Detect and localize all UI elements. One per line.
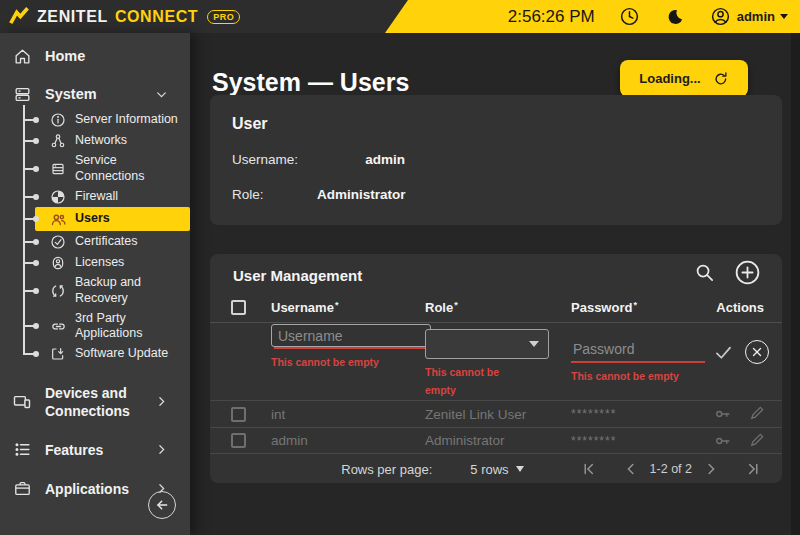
- app-window: ZENITEL CONNECT PRO 2:56:26 PM admin: [0, 0, 800, 535]
- select-all-checkbox[interactable]: [231, 300, 246, 315]
- software-update-icon: [49, 346, 67, 362]
- chevron-down-icon: [155, 88, 168, 101]
- service-connections-icon: [49, 161, 67, 177]
- rows-per-page-value: 5 rows: [470, 462, 508, 477]
- search-icon[interactable]: [693, 261, 716, 284]
- loading-button-label: Loading...: [639, 71, 700, 86]
- row-role: Administrator: [425, 433, 571, 448]
- table-row[interactable]: admin Administrator ********: [210, 427, 782, 454]
- account-caret-down-icon[interactable]: [780, 14, 788, 19]
- sidebar-item-licenses[interactable]: Licenses: [23, 252, 190, 273]
- required-asterisk: *: [454, 300, 458, 310]
- account-icon[interactable]: [710, 6, 731, 27]
- column-header-role: Role*: [425, 300, 571, 315]
- firewall-icon: [49, 189, 67, 205]
- table-row[interactable]: int Zenitel Link User ********: [210, 400, 782, 427]
- brand-primary: ZENITEL: [37, 8, 108, 26]
- sidebar-item-service-connections[interactable]: Service Connections: [23, 151, 190, 186]
- loading-refresh-button[interactable]: Loading...: [620, 60, 748, 97]
- key-password-icon[interactable]: [713, 404, 733, 424]
- sidebar-item-label: Software Update: [75, 346, 168, 362]
- networks-icon: [49, 133, 67, 149]
- home-icon: [12, 47, 32, 66]
- sidebar-item-devices-and-connections[interactable]: Devices and Connections: [0, 378, 190, 426]
- tree-connector: [23, 119, 34, 121]
- edit-pencil-icon[interactable]: [748, 431, 766, 451]
- scrollbar-track[interactable]: [791, 33, 800, 535]
- edit-pencil-icon[interactable]: [748, 404, 766, 424]
- select-caret-down-icon: [529, 341, 539, 347]
- username-error-text: This cannot be empty: [271, 354, 425, 372]
- sidebar-item-home[interactable]: Home: [0, 41, 190, 71]
- tree-connector: [23, 196, 34, 198]
- briefcase-icon: [12, 479, 32, 498]
- sidebar-item-label: Features: [45, 441, 103, 459]
- rows-per-page-select[interactable]: 5 rows: [470, 462, 523, 477]
- confirm-check-icon[interactable]: [713, 342, 734, 363]
- first-page-icon[interactable]: [580, 460, 598, 478]
- next-page-icon[interactable]: [702, 460, 720, 478]
- account-username[interactable]: admin: [737, 9, 775, 24]
- sidebar: Home System Server Information: [0, 33, 190, 535]
- chevron-right-icon: [155, 395, 168, 408]
- row-password-masked: ********: [571, 434, 713, 448]
- devices-icon: [12, 392, 32, 412]
- clock-icon[interactable]: [619, 6, 640, 27]
- new-username-cell: This cannot be empty: [271, 324, 425, 372]
- users-icon: [49, 211, 67, 228]
- new-username-input[interactable]: [274, 324, 428, 349]
- tree-connector: [23, 353, 34, 355]
- sidebar-item-networks[interactable]: Networks: [23, 130, 190, 151]
- select-caret-down-icon: [516, 466, 524, 472]
- user-management-title: User Management: [233, 267, 362, 284]
- sidebar-item-label: Devices and Connections: [45, 384, 142, 420]
- row-actions: [713, 404, 766, 424]
- sidebar-item-users[interactable]: Users: [35, 207, 190, 231]
- sidebar-item-software-update[interactable]: Software Update: [23, 344, 190, 365]
- sidebar-item-system[interactable]: System: [0, 79, 190, 109]
- row-username: admin: [271, 433, 425, 448]
- dark-mode-moon-icon[interactable]: [666, 8, 684, 26]
- role-label: Role:: [232, 187, 317, 202]
- tree-connector: [23, 262, 34, 264]
- new-role-cell: This cannot be empty: [425, 324, 571, 400]
- topbar: ZENITEL CONNECT PRO 2:56:26 PM admin: [0, 0, 800, 33]
- certificates-icon: [49, 234, 67, 250]
- chevron-right-icon: [155, 443, 168, 456]
- required-asterisk: *: [633, 300, 637, 310]
- pagination: 1-2 of 2: [580, 460, 762, 478]
- table-footer: Rows per page: 5 rows 1-2 of 2: [210, 455, 782, 483]
- user-card-title: User: [232, 115, 268, 133]
- sidebar-item-label: Users: [75, 211, 110, 227]
- user-management-card: User Management Username* Role* Password…: [210, 254, 782, 483]
- key-password-icon[interactable]: [713, 431, 733, 451]
- sidebar-item-server-information[interactable]: Server Information: [23, 109, 190, 130]
- row-checkbox[interactable]: [231, 407, 246, 422]
- sidebar-item-certificates[interactable]: Certificates: [23, 231, 190, 252]
- sidebar-item-label: Firewall: [75, 189, 118, 205]
- add-user-icon[interactable]: [733, 258, 762, 287]
- new-role-select[interactable]: [425, 329, 549, 359]
- cancel-circle-x-icon[interactable]: [745, 340, 769, 364]
- last-page-icon[interactable]: [744, 460, 762, 478]
- row-checkbox[interactable]: [231, 433, 246, 448]
- new-password-input[interactable]: [571, 336, 705, 363]
- sidebar-item-label: Service Connections: [75, 153, 187, 184]
- sidebar-item-backup-and-recovery[interactable]: Backup and Recovery: [23, 273, 190, 308]
- row-role: Zenitel Link User: [425, 407, 571, 422]
- collapse-sidebar-button[interactable]: [148, 491, 176, 519]
- sidebar-item-firewall[interactable]: Firewall: [23, 186, 190, 207]
- sidebar-item-label: 3rd Party Applications: [75, 311, 187, 342]
- sidebar-item-features[interactable]: Features: [0, 434, 190, 465]
- row-actions: [713, 431, 766, 451]
- role-value: Administrator: [317, 187, 405, 202]
- table-header-row: Username* Role* Password* Actions: [210, 292, 782, 323]
- system-icon: [12, 85, 32, 104]
- sidebar-item-3rd-party-applications[interactable]: 3rd Party Applications: [23, 309, 190, 344]
- sidebar-item-label: Certificates: [75, 234, 138, 250]
- tree-connector: [23, 218, 34, 220]
- sidebar-item-label: Applications: [45, 480, 129, 498]
- link-icon: [49, 318, 67, 335]
- sidebar-item-label: Licenses: [75, 255, 124, 271]
- previous-page-icon[interactable]: [622, 460, 640, 478]
